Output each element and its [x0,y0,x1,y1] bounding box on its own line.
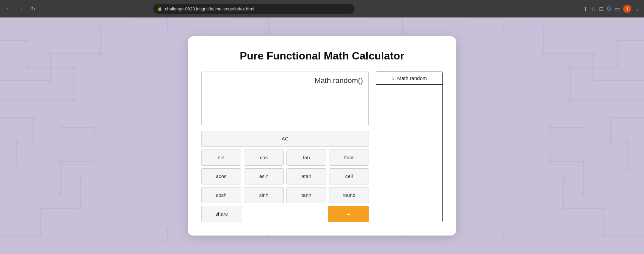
equals-button[interactable]: = [328,206,369,222]
sinh-button[interactable]: sinh [244,187,284,203]
history-body [376,85,442,222]
history-panel: 1. Math.random [376,72,443,222]
calculator-display: Math.random() [201,72,369,125]
forward-button[interactable]: → [16,4,25,13]
cosh-button[interactable]: cosh [201,187,241,203]
history-header: 1. Math.random [376,72,442,85]
calculator-panel: Math.random() AC sin cos tan floor [201,72,369,222]
reload-button[interactable]: ↻ [28,4,38,13]
cos-button[interactable]: cos [244,150,284,166]
display-value: Math.random() [315,76,363,85]
button-row-3: acos asin atan ceil [201,168,369,184]
ceil-button[interactable]: ceil [329,168,369,184]
url-text: challenge-0823.intigriti.io/challenge/in… [165,6,254,11]
ac-button[interactable]: AC [201,131,369,147]
bookmark-icon[interactable]: ☆ [591,6,596,12]
browser-toolbar: ⬆ ☆ ⊡ G ▭ I ⋮ [583,5,640,13]
browser-chrome: ← → ↻ 🔒 challenge-0823.intigriti.io/chal… [0,0,644,17]
button-row-2: sin cos tan floor [201,150,369,166]
split-view-icon[interactable]: ▭ [615,6,620,12]
calculator-buttons: AC sin cos tan floor acos asin [201,131,369,222]
share-button[interactable]: share [201,206,242,222]
main-content: Pure Functional Math Calculator Math.ran… [0,17,644,254]
button-row-4: cosh sinh tanh round [201,187,369,203]
sin-button[interactable]: sin [201,150,241,166]
lock-icon: 🔒 [157,6,162,11]
tan-button[interactable]: tan [286,150,326,166]
floor-button[interactable]: floor [329,150,369,166]
tanh-button[interactable]: tanh [286,187,326,203]
atan-button[interactable]: atan [286,168,326,184]
asin-button[interactable]: asin [244,168,284,184]
user-avatar[interactable]: I [623,5,631,13]
acos-button[interactable]: acos [201,168,241,184]
google-icon[interactable]: G [607,5,611,12]
calculator-card: Pure Functional Math Calculator Math.ran… [188,36,456,236]
tab-search-icon[interactable]: ⊡ [599,6,603,12]
calculator-body: Math.random() AC sin cos tan floor [201,72,443,222]
back-button[interactable]: ← [4,4,13,13]
button-row-5: share = [201,206,369,222]
button-row-1: AC [201,131,369,147]
address-bar[interactable]: 🔒 challenge-0823.intigriti.io/challenge/… [153,4,355,14]
page-title: Pure Functional Math Calculator [201,50,443,62]
menu-icon[interactable]: ⋮ [635,6,640,12]
round-button[interactable]: round [329,187,369,203]
share-icon[interactable]: ⬆ [583,6,588,12]
